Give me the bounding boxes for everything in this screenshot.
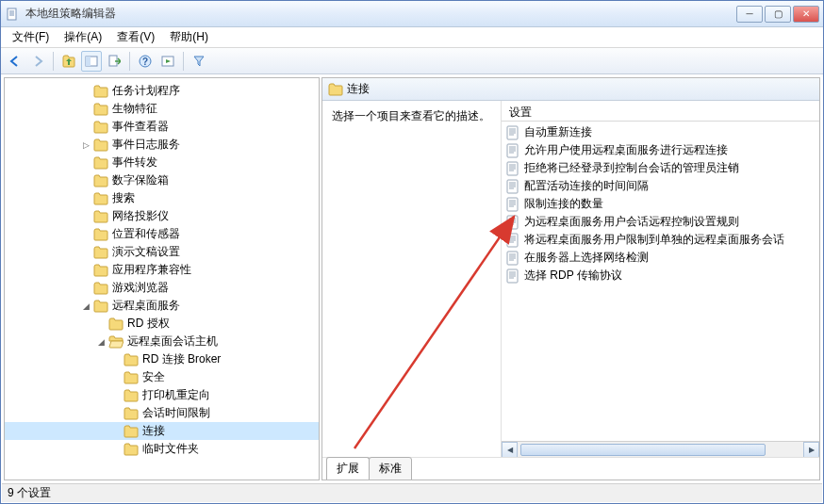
policy-icon [505,143,520,158]
toggle-placeholder [80,193,91,204]
policy-item[interactable]: 允许用户使用远程桌面服务进行远程连接 [502,141,819,159]
description-text: 选择一个项目来查看它的描述。 [332,109,490,122]
folder-icon [93,246,108,259]
menu-action[interactable]: 操作(A) [57,26,109,48]
up-button[interactable] [58,51,79,72]
tree-node[interactable]: 会话时间限制 [5,404,319,422]
menu-view[interactable]: 查看(V) [109,26,162,48]
tree-label: 生物特征 [112,101,157,117]
horizontal-scrollbar[interactable]: ◀ ▶ [502,441,819,457]
policy-label: 在服务器上选择网络检测 [524,250,649,266]
scroll-left-arrow[interactable]: ◀ [502,442,518,457]
tree-node[interactable]: 连接 [5,422,319,440]
collapse-icon[interactable]: ◢ [80,301,91,312]
detail-header: 连接 [322,78,819,101]
scroll-thumb[interactable] [520,444,766,456]
tree-node[interactable]: 打印机重定向 [5,386,319,404]
policy-label: 自动重新连接 [524,124,592,140]
folder-icon [93,103,108,116]
tab-extended[interactable]: 扩展 [326,457,370,480]
policy-icon [505,179,520,194]
policy-item[interactable]: 自动重新连接 [502,123,819,141]
folder-icon [93,228,108,241]
policy-icon [505,197,520,212]
policy-item[interactable]: 将远程桌面服务用户限制到单独的远程桌面服务会话 [502,231,819,249]
tree-label: 打印机重定向 [142,387,210,403]
minimize-button[interactable]: ─ [736,6,763,23]
tree: 任务计划程序生物特征事件查看器▷事件日志服务事件转发数字保险箱搜索网络投影仪位置… [5,78,319,462]
policy-item[interactable]: 为远程桌面服务用户会话远程控制设置规则 [502,213,819,231]
tree-node[interactable]: ◢远程桌面会话主机 [5,333,319,350]
toggle-placeholder [110,444,122,455]
tree-label: 事件日志服务 [112,137,180,153]
policy-label: 配置活动连接的时间间隔 [524,178,649,194]
menu-file[interactable]: 文件(F) [5,26,57,48]
policy-item[interactable]: 选择 RDP 传输协议 [502,267,819,285]
expand-icon[interactable]: ▷ [80,139,91,151]
tree-node[interactable]: ◢远程桌面服务 [5,297,319,315]
tree-node[interactable]: 演示文稿设置 [5,243,319,261]
back-button[interactable] [5,51,25,72]
show-tree-button[interactable] [81,51,102,72]
tree-node[interactable]: ▷事件日志服务 [5,136,319,154]
tree-label: 安全 [142,369,165,385]
tree-pane[interactable]: 任务计划程序生物特征事件查看器▷事件日志服务事件转发数字保险箱搜索网络投影仪位置… [4,77,320,480]
tab-standard[interactable]: 标准 [369,457,412,480]
tree-node[interactable]: 事件查看器 [5,118,319,136]
folder-icon [124,425,139,438]
policy-item[interactable]: 配置活动连接的时间间隔 [502,177,819,195]
filter-button[interactable] [189,51,209,72]
collapse-icon[interactable]: ◢ [95,336,107,348]
svg-rect-5 [86,57,91,66]
policy-list: 自动重新连接允许用户使用远程桌面服务进行远程连接拒绝将已经登录到控制台会话的管理… [502,122,819,441]
close-button[interactable]: ✕ [793,6,819,23]
content: 任务计划程序生物特征事件查看器▷事件日志服务事件转发数字保险箱搜索网络投影仪位置… [2,75,822,482]
export-button[interactable] [104,51,124,72]
settings-header[interactable]: 设置 [502,101,819,122]
tabs-row: 扩展 标准 [322,457,819,480]
tree-node[interactable]: 安全 [5,368,319,386]
policy-item[interactable]: 在服务器上选择网络检测 [502,249,819,267]
folder-icon [93,138,108,152]
tree-node[interactable]: 临时文件夹 [5,440,319,458]
tree-node[interactable]: 生物特征 [5,100,319,118]
policy-icon [505,215,520,230]
tree-label: RD 连接 Broker [142,351,221,367]
toggle-placeholder [80,122,91,133]
tree-node[interactable]: 网络投影仪 [5,207,319,225]
policy-item[interactable]: 拒绝将已经登录到控制台会话的管理员注销 [502,159,819,177]
menu-help[interactable]: 帮助(H) [162,26,216,48]
tree-label: 搜索 [112,190,135,206]
tree-node[interactable]: RD 连接 Broker [5,350,319,368]
policy-item[interactable]: 限制连接的数量 [502,195,819,213]
tree-node[interactable]: 任务计划程序 [5,82,319,100]
help-button[interactable]: ? [135,51,156,72]
maximize-button[interactable]: ▢ [765,6,791,23]
tree-label: RD 授权 [127,316,170,332]
folder-icon [93,192,108,205]
folder-icon [124,407,139,420]
policy-icon [505,251,520,266]
window-title: 本地组策略编辑器 [25,6,734,22]
policy-icon [505,125,520,140]
toolbar-separator [53,52,54,71]
detail-body: 选择一个项目来查看它的描述。 设置 自动重新连接允许用户使用远程桌面服务进行远程… [322,101,819,457]
tree-node[interactable]: 数字保险箱 [5,171,319,189]
tree-label: 任务计划程序 [112,83,180,99]
tree-node[interactable]: 事件转发 [5,154,319,171]
scroll-right-arrow[interactable]: ▶ [803,442,819,457]
statusbar: 9 个设置 [2,483,822,502]
forward-button[interactable] [27,51,48,72]
menubar: 文件(F) 操作(A) 查看(V) 帮助(H) [1,27,823,48]
folder-icon [124,443,139,456]
folder-icon [124,353,139,366]
tree-node[interactable]: 游戏浏览器 [5,279,319,297]
play-button[interactable] [157,51,178,72]
toolbar-separator [129,52,130,71]
policy-label: 将远程桌面服务用户限制到单独的远程桌面服务会话 [524,232,784,248]
tree-node[interactable]: 应用程序兼容性 [5,261,319,279]
toolbar-separator [183,52,184,71]
tree-node[interactable]: RD 授权 [5,315,319,333]
tree-node[interactable]: 位置和传感器 [5,225,319,243]
tree-node[interactable]: 搜索 [5,189,319,207]
